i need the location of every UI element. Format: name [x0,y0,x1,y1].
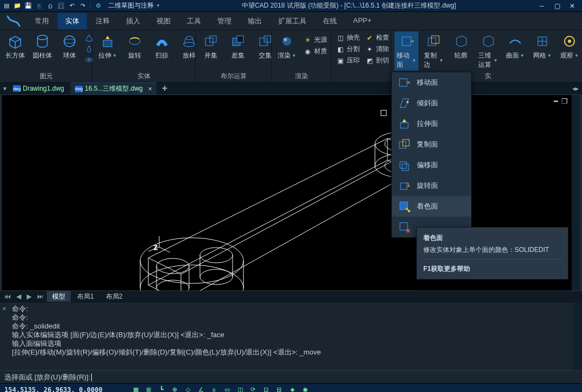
render-button[interactable]: 渲染▼ [275,31,299,61]
doc-tab-1[interactable]: dwgDrawing1.dwg [9,84,68,93]
dm-copyface[interactable]: 复制面 [392,134,471,155]
mesh-button[interactable]: 网格▼ [530,31,554,61]
maximize-button[interactable]: ▢ [549,1,565,11]
union-button[interactable]: 并集 [199,31,223,61]
model-tab[interactable]: 模型 [47,291,71,302]
sphere-button[interactable]: 球体 [58,31,82,61]
imprint-button[interactable]: ▣压印 [335,55,361,66]
tab-ext[interactable]: 扩展工具 [271,13,314,29]
dm-extrudeface[interactable]: 拉伸面 [392,113,471,134]
workspace-icon[interactable]: ⚙ [94,2,103,10]
tooltip-help: F1获取更多帮助 [423,264,561,274]
snap-icon[interactable]: ▦ [131,385,141,393]
3dop-button[interactable]: 三维运算▼ [476,31,500,71]
dm-moveface[interactable]: 移动面 [392,72,471,93]
mt-first-icon[interactable]: ⏮ [2,293,13,300]
canvas-vscroll[interactable] [572,95,580,290]
more1-icon[interactable]: ⊡ [261,385,271,393]
tab-solid[interactable]: 实体 [58,13,87,29]
tab-annotate[interactable]: 注释 [88,13,117,29]
minimize-button[interactable]: ─ [534,1,549,11]
ribbon: 长方体 圆柱体 球体 图元 拉伸▼ 旋转 扫掠 放样 实体 并集 差集 交集 布… [0,30,582,83]
close-tab-icon[interactable]: × [148,85,152,93]
sweep-button[interactable]: 扫掠 [150,31,174,61]
svg-point-7 [186,36,192,40]
more4-icon[interactable]: ◉ [301,385,310,393]
section-button[interactable]: ◩剖切 [364,55,390,66]
app-logo-icon[interactable] [0,14,27,28]
tab-home[interactable]: 常用 [27,13,57,29]
extrude-button[interactable]: 拉伸▼ [96,31,120,61]
new-tab-icon[interactable]: ✚ [162,85,167,92]
dyn-icon[interactable]: ▭ [222,385,232,393]
box-button[interactable]: 长方体 [3,31,27,61]
cmd-vscroll[interactable] [573,302,582,370]
surface-button[interactable]: 曲面▼ [503,31,527,61]
doc-tabs-overflow-icon[interactable]: ◂▸ [572,85,579,92]
panel-label: 渲染 [275,71,328,82]
vp-restore-icon[interactable]: ❐ [561,97,568,105]
mt-next-icon[interactable]: ▶ [24,293,34,300]
observe-button[interactable]: 观察▼ [558,31,581,61]
cylinder-button[interactable]: 圆柱体 [30,31,54,61]
polar-icon[interactable]: ⊕ [170,385,180,393]
qat-new-icon[interactable]: ▤ [2,2,11,10]
cmd-close-icon[interactable]: × [2,305,7,313]
svg-point-0 [37,35,47,40]
command-input[interactable]: 选择面或 [放弃(U)/删除(R)]: [0,370,582,383]
qat-save-icon[interactable]: 💾 [24,2,33,10]
qat-redo-icon[interactable]: ↷ [78,2,87,10]
qat-open-icon[interactable]: 📁 [13,2,22,10]
qat-preview-icon[interactable]: ⿴ [57,2,65,10]
tab-tools[interactable]: 工具 [179,13,209,29]
osnap-icon[interactable]: ◇ [183,385,193,393]
clean-button[interactable]: ✦清除 [364,44,390,54]
cmd-line: 命令: [12,313,578,322]
doc-tab-2[interactable]: dwg16.5...三维模型.dwg× [71,83,157,94]
dm-rotateface[interactable]: 旋转面 [392,175,471,196]
slice-button[interactable]: ◧分割 [335,44,361,54]
copyface-icon [397,137,411,151]
subtract-button[interactable]: 差集 [226,31,250,61]
light-button[interactable]: ☀光源 [302,35,328,45]
tab-app[interactable]: APP+ [346,13,379,29]
workspace-dropdown[interactable]: 二维草图与注释 ▼ [105,1,164,10]
lwt-icon[interactable]: ≡ [209,385,219,393]
qat-saveall-icon[interactable]: ⎘ [35,2,43,10]
silhouette-button[interactable]: 轮廓 [449,31,473,61]
layout1-tab[interactable]: 布局1 [72,291,99,302]
dm-colorface[interactable]: 着色面 [392,196,471,217]
grid-icon[interactable]: ⊞ [144,385,154,393]
window-controls: ─ ▢ ✕ [534,1,580,11]
tab-insert[interactable]: 插入 [118,13,148,29]
doc-tab-chevron-icon[interactable]: ▾ [3,85,7,92]
material-button[interactable]: ◉材质 [302,46,328,56]
shell-button[interactable]: ◫抽壳 [335,33,361,43]
qat-plot-icon[interactable]: ⎙ [46,2,54,10]
vp-minimize-icon[interactable]: ━ [554,97,558,105]
qat-undo-icon[interactable]: ↶ [67,2,76,10]
cycle-icon[interactable]: ⟳ [248,385,258,393]
close-button[interactable]: ✕ [565,1,580,11]
moveface-button[interactable]: 移动面▼ [395,31,418,71]
model-icon[interactable]: ◫ [235,385,245,393]
tab-view[interactable]: 视图 [149,13,178,29]
tab-manage[interactable]: 管理 [210,13,239,29]
otrack-icon[interactable]: ∠ [196,385,206,393]
imprint-icon: ▣ [336,56,345,65]
more3-icon[interactable]: ◈ [287,385,297,393]
mt-last-icon[interactable]: ⏭ [35,293,46,300]
dm-offsetface[interactable]: 偏移面 [392,155,471,175]
copyedge-button[interactable]: 复制边▼ [422,31,446,71]
mt-prev-icon[interactable]: ◀ [14,293,23,300]
layout2-tab[interactable]: 布局2 [101,291,128,302]
svg-point-4 [88,59,90,60]
revolve-button[interactable]: 旋转 [123,31,147,61]
check-button[interactable]: ✔检查 [364,33,390,43]
ortho-icon[interactable]: ┗ [157,385,167,393]
more2-icon[interactable]: ⊟ [274,385,284,393]
tab-online[interactable]: 在线 [315,13,345,29]
dm-taperface[interactable]: 倾斜面 [392,93,471,113]
tab-output[interactable]: 输出 [240,13,270,29]
svg-point-3 [86,58,92,61]
